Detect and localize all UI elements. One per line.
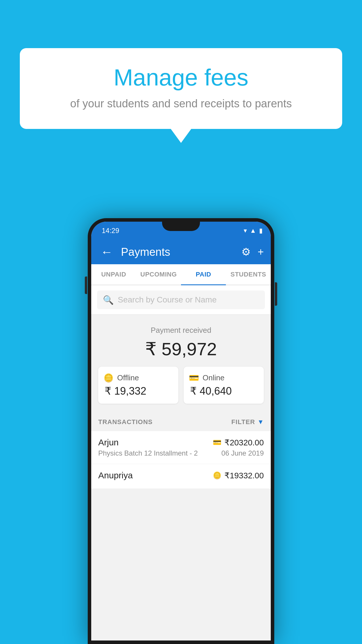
transaction-name: Arjun bbox=[98, 438, 119, 447]
transaction-amount-wrapper: 💳 ₹20320.00 bbox=[213, 438, 264, 447]
transaction-amount: ₹19332.00 bbox=[224, 471, 264, 480]
tab-upcoming[interactable]: UPCOMING bbox=[136, 264, 181, 285]
offline-card-header: 🪙 Offline bbox=[103, 373, 173, 383]
transaction-date: 06 June 2019 bbox=[222, 449, 264, 457]
app-title: Payments bbox=[121, 246, 236, 258]
app-bar: ← Payments ⚙ + bbox=[91, 240, 271, 264]
tab-unpaid[interactable]: UNPAID bbox=[91, 264, 136, 285]
payment-cards: 🪙 Offline ₹ 19,332 💳 Online ₹ 40,640 bbox=[98, 367, 264, 404]
offline-icon: 🪙 bbox=[103, 373, 114, 383]
transaction-amount-wrapper: 🪙 ₹19332.00 bbox=[213, 471, 264, 480]
volume-button bbox=[85, 276, 87, 294]
offline-label: Offline bbox=[117, 373, 139, 382]
phone-frame: 14:29 ▾ ▲ ▮ ← Payments ⚙ + UNPAID UPCOMI… bbox=[88, 218, 274, 644]
offline-card: 🪙 Offline ₹ 19,332 bbox=[98, 367, 178, 404]
status-icons: ▾ ▲ ▮ bbox=[244, 227, 263, 235]
transaction-top: Arjun 💳 ₹20320.00 bbox=[98, 438, 264, 447]
payment-summary: Payment received ₹ 59,972 🪙 Offline ₹ 19… bbox=[91, 315, 271, 412]
table-row[interactable]: Arjun 💳 ₹20320.00 Physics Batch 12 Insta… bbox=[91, 431, 271, 464]
phone-screen: 14:29 ▾ ▲ ▮ ← Payments ⚙ + UNPAID UPCOMI… bbox=[91, 222, 271, 640]
tabs-bar: UNPAID UPCOMING PAID STUDENTS bbox=[91, 264, 271, 285]
search-bar[interactable]: 🔍 Search by Course or Name bbox=[97, 290, 265, 309]
online-label: Online bbox=[203, 373, 224, 382]
filter-button[interactable]: FILTER ▼ bbox=[231, 418, 264, 426]
payment-received-label: Payment received bbox=[98, 326, 264, 335]
table-row[interactable]: Anupriya 🪙 ₹19332.00 bbox=[91, 464, 271, 489]
online-amount: ₹ 40,640 bbox=[189, 385, 259, 397]
transaction-amount: ₹20320.00 bbox=[224, 438, 264, 447]
online-card-header: 💳 Online bbox=[189, 373, 259, 383]
offline-amount: ₹ 19,332 bbox=[103, 385, 173, 397]
online-card: 💳 Online ₹ 40,640 bbox=[184, 367, 264, 404]
bubble-heading: Manage fees bbox=[37, 64, 325, 91]
transaction-course: Physics Batch 12 Installment - 2 bbox=[98, 449, 198, 457]
online-icon: 💳 bbox=[189, 373, 199, 383]
search-icon: 🔍 bbox=[103, 295, 114, 305]
signal-icon: ▲ bbox=[250, 227, 256, 235]
filter-icon: ▼ bbox=[257, 418, 264, 426]
wifi-icon: ▾ bbox=[244, 227, 247, 235]
add-icon[interactable]: + bbox=[258, 246, 264, 258]
card-icon: 💳 bbox=[213, 438, 222, 447]
transactions-header: TRANSACTIONS FILTER ▼ bbox=[91, 412, 271, 431]
status-time: 14:29 bbox=[99, 227, 119, 235]
app-bar-actions: ⚙ + bbox=[241, 246, 264, 258]
power-button bbox=[275, 282, 277, 306]
phone-notch bbox=[162, 222, 200, 231]
transaction-top: Anupriya 🪙 ₹19332.00 bbox=[98, 470, 264, 480]
back-button[interactable]: ← bbox=[98, 243, 115, 261]
transaction-name: Anupriya bbox=[98, 470, 133, 480]
transaction-bottom: Physics Batch 12 Installment - 2 06 June… bbox=[98, 449, 264, 457]
search-container: 🔍 Search by Course or Name bbox=[91, 285, 271, 315]
speech-bubble: Manage fees of your students and send re… bbox=[20, 48, 342, 129]
tab-paid[interactable]: PAID bbox=[181, 264, 226, 285]
payment-total-amount: ₹ 59,972 bbox=[98, 338, 264, 360]
offline-pay-icon: 🪙 bbox=[213, 471, 222, 480]
transactions-label: TRANSACTIONS bbox=[98, 418, 153, 426]
bubble-subtext: of your students and send receipts to pa… bbox=[37, 97, 325, 110]
battery-icon: ▮ bbox=[259, 227, 263, 235]
search-input[interactable]: Search by Course or Name bbox=[118, 295, 217, 304]
filter-label: FILTER bbox=[231, 418, 255, 426]
settings-icon[interactable]: ⚙ bbox=[241, 246, 251, 258]
tab-students[interactable]: STUDENTS bbox=[226, 264, 271, 285]
